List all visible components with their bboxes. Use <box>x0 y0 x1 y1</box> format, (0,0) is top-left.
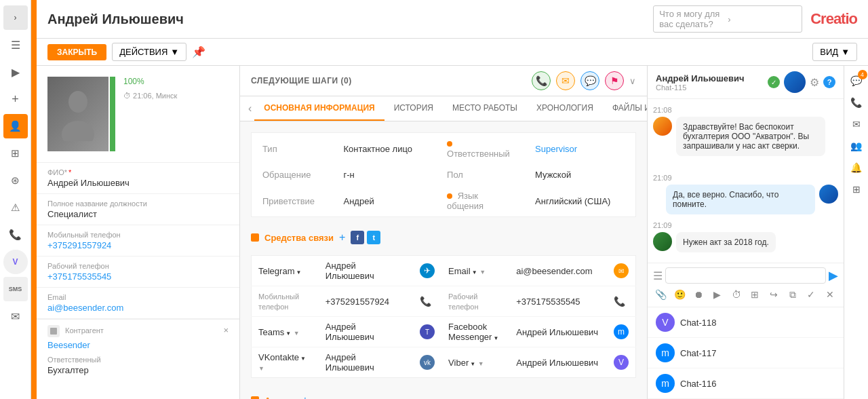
sidebar-menu-icon[interactable]: ☰ <box>3 33 28 57</box>
avatar-container <box>47 77 115 151</box>
steps-icons: 📞 ✉ 💬 ⚑ ∨ <box>532 71 636 90</box>
viber-contact-icon: V <box>614 355 629 370</box>
orange-strip <box>31 0 37 399</box>
greeting-label: Приветствие <box>252 185 333 217</box>
emoji-icon[interactable]: 🙂 <box>672 286 688 303</box>
pin-icon[interactable]: 📌 <box>192 45 205 58</box>
search-placeholder: Что я могу для вас сделать? <box>659 9 728 29</box>
chat-list-item-117[interactable]: m Chat-117 <box>648 338 844 368</box>
chat-list-item-116[interactable]: m Chat-116 <box>648 368 844 399</box>
sidebar-viber-icon[interactable]: V <box>3 250 28 274</box>
record-icon[interactable]: ⏺ <box>690 286 707 303</box>
work-phone-value[interactable]: +375175535545 <box>47 271 229 282</box>
tab-prev-btn[interactable]: ‹ <box>245 97 254 120</box>
creatio-logo: Creatio <box>810 10 857 28</box>
chat-send-btn[interactable]: ▶ <box>829 268 838 283</box>
sidebar-grid-icon[interactable]: ⊞ <box>3 141 28 166</box>
progress-fill <box>110 77 115 151</box>
chat-menu-icon[interactable]: ☰ <box>653 269 663 282</box>
right-settings-icon[interactable]: ⊞ <box>847 180 866 199</box>
address-more-btn[interactable]: ⋯ <box>314 395 323 399</box>
chat-gear-icon[interactable]: ⚙ <box>810 76 819 89</box>
actions-chevron-icon: ▼ <box>170 47 179 57</box>
play-chat-icon[interactable]: ▶ <box>709 286 726 303</box>
type-value: Контактное лицо <box>333 133 437 165</box>
mobile-value[interactable]: +375291557924 <box>47 240 229 250</box>
view-button[interactable]: ВИД ▼ <box>812 43 857 61</box>
sidebar-user-icon[interactable]: 👤 <box>3 114 28 138</box>
email-type-select[interactable]: Email <box>448 266 477 276</box>
forward-icon[interactable]: ↪ <box>766 286 782 303</box>
address-add-btn[interactable]: + <box>302 394 308 399</box>
steps-title: СЛЕДУЮЩИЕ ШАГИ (0) <box>251 76 352 86</box>
sidebar-add-icon[interactable]: + <box>3 87 28 111</box>
sidebar-mail-icon[interactable]: ✉ <box>3 304 28 328</box>
contractor-value[interactable]: Beesender <box>47 340 229 350</box>
msg-avatar-2 <box>819 185 838 204</box>
tab-chronology[interactable]: ХРОНОЛОГИЯ <box>527 96 603 121</box>
tab-basic-info[interactable]: ОСНОВНАЯ ИНФОРМАЦИЯ <box>254 96 384 121</box>
tab-history[interactable]: ИСТОРИЯ <box>384 96 443 121</box>
chat-input[interactable] <box>665 267 826 284</box>
sidebar-org-icon[interactable]: ⊛ <box>3 168 28 193</box>
email-contact-value: ai@beesender.com <box>509 256 607 286</box>
sidebar-phone-icon[interactable]: 📞 <box>3 223 28 247</box>
telegram-type-select[interactable]: Telegram <box>258 266 301 276</box>
grid-chat-icon[interactable]: ⊞ <box>747 286 764 303</box>
twitter-icon[interactable]: t <box>367 231 380 244</box>
header: Андрей Ильюшевич Что я могу для вас сдел… <box>37 0 868 39</box>
viber-type-select[interactable]: Viber <box>448 358 475 368</box>
right-mail-icon[interactable]: ✉ <box>847 115 866 134</box>
search-bar[interactable]: Что я могу для вас сделать? › <box>653 5 802 33</box>
right-bell-icon[interactable]: 🔔 <box>847 158 866 177</box>
tabs-section: ‹ ОСНОВНАЯ ИНФОРМАЦИЯ ИСТОРИЯ МЕСТО РАБО… <box>240 96 647 121</box>
steps-chevron-icon[interactable]: ∨ <box>629 76 636 86</box>
vk-type-select[interactable]: VKontakte <box>258 352 306 362</box>
close-chat-icon[interactable]: ✕ <box>822 286 838 303</box>
chat-help-icon[interactable]: ? <box>823 76 835 88</box>
facebook-value: Андрей Ильюшевич <box>509 317 607 347</box>
step-email-icon[interactable]: ✉ <box>556 71 575 90</box>
contractor-close-btn[interactable]: × <box>223 325 229 335</box>
right-chat-icon[interactable]: 💬 4 <box>847 71 866 90</box>
contact-row-vk: VKontakte ▼ Андрей Ильюшевич vk Viber ▼ … <box>252 347 636 378</box>
responsible-info-value[interactable]: Supervisor <box>524 133 635 165</box>
sidebar-play-icon[interactable]: ▶ <box>3 60 28 84</box>
sidebar-sms-icon[interactable]: SMS <box>3 277 28 301</box>
contacts-add-btn[interactable]: + <box>339 231 345 244</box>
teams-type-select[interactable]: Teams <box>258 327 291 337</box>
chat-panel: Андрей Ильюшевич Chat-115 ✓ ⚙ ? 21:08 <box>647 66 844 399</box>
tab-files[interactable]: ФАЙЛЫ И ПРИ <box>603 96 647 121</box>
mobile-contact-label: Мобильныйтелефон <box>258 292 299 311</box>
attach-icon[interactable]: 📎 <box>653 286 669 303</box>
close-button[interactable]: ЗАКРЫТЬ <box>47 44 106 60</box>
step-phone-icon[interactable]: 📞 <box>532 71 551 90</box>
sidebar-expand-btn[interactable]: › <box>3 5 28 30</box>
contacts-social: f t <box>351 231 380 244</box>
info-content: Тип Контактное лицо Ответственный Superv… <box>240 121 647 399</box>
chat-116-icon: m <box>656 374 675 393</box>
actions-button[interactable]: ДЕЙСТВИЯ ▼ <box>112 43 186 61</box>
tab-workplace[interactable]: МЕСТО РАБОТЫ <box>443 96 527 121</box>
clock-icon[interactable]: ⏱ <box>728 286 745 303</box>
right-contacts-icon[interactable]: 👥 <box>847 136 866 155</box>
contact-row-mobile: Мобильныйтелефон +375291557924 📞 Рабочий… <box>252 286 636 317</box>
salutation-label: Обращение <box>252 164 333 185</box>
chat-list-item-118[interactable]: V Chat-118 <box>648 307 844 338</box>
msg-time-3: 21:09 <box>653 220 838 231</box>
sidebar-alert-icon[interactable]: ⚠ <box>3 195 28 220</box>
main-area: Андрей Ильюшевич Что я могу для вас сдел… <box>37 0 868 399</box>
facebook-icon[interactable]: f <box>351 231 364 244</box>
fio-label: ФИО* <box>47 168 229 176</box>
gender-label: Пол <box>436 164 524 185</box>
email-value[interactable]: ai@beesender.com <box>47 303 229 313</box>
facebook-type-select[interactable]: Facebook Messenger <box>448 322 498 342</box>
copy-icon[interactable]: ⧉ <box>785 286 801 303</box>
responsible-info-label: Ответственный <box>436 133 524 165</box>
right-phone-icon[interactable]: 📞 <box>847 93 866 112</box>
chat-118-icon: V <box>656 313 675 332</box>
step-chat-icon[interactable]: 💬 <box>580 71 599 90</box>
step-flag-icon[interactable]: ⚑ <box>605 71 624 90</box>
check-chat-icon[interactable]: ✓ <box>804 286 820 303</box>
chat-toolbar: 📎 🙂 ⏺ ▶ ⏱ ⊞ ↪ ⧉ ✓ ✕ <box>653 286 838 303</box>
